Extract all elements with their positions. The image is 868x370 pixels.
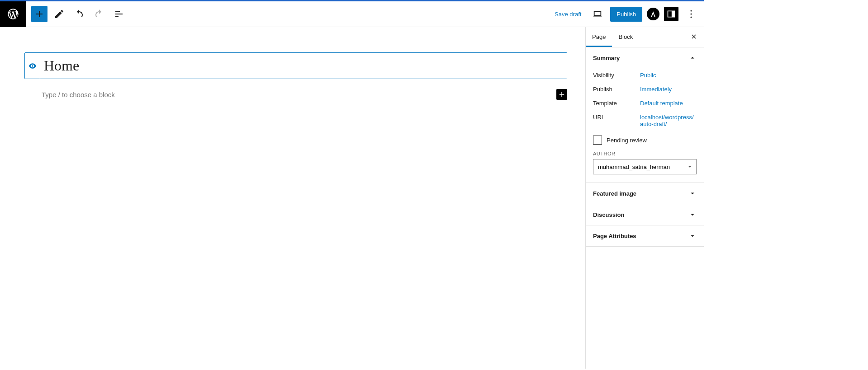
row-template: Template Default template	[593, 96, 697, 110]
document-overview-button[interactable]	[111, 6, 127, 22]
template-label: Template	[593, 100, 640, 107]
astra-a-icon	[650, 10, 657, 18]
panel-page-attributes-header[interactable]: Page Attributes	[586, 225, 704, 246]
chevron-up-icon	[688, 54, 697, 62]
tools-button[interactable]	[51, 6, 67, 22]
eye-icon	[28, 61, 37, 70]
options-menu-button[interactable]	[683, 6, 699, 22]
panel-discussion: Discussion	[586, 204, 704, 225]
toolbar-left-group	[26, 6, 127, 22]
list-icon	[114, 9, 124, 19]
template-value[interactable]: Default template	[640, 100, 697, 107]
row-visibility: Visibility Public	[593, 68, 697, 82]
add-block-button[interactable]	[31, 6, 47, 22]
wordpress-icon	[7, 8, 19, 20]
pencil-icon	[54, 9, 65, 19]
panel-summary-title: Summary	[593, 55, 620, 61]
row-url: URL localhost/wordpress/auto-draft/	[593, 110, 697, 131]
title-visibility-indicator[interactable]	[25, 53, 40, 79]
toolbar-right-group: Save draft Publish	[551, 6, 704, 22]
settings-sidebar: Page Block Summary Visibility Public	[585, 27, 704, 369]
pending-review-checkbox[interactable]	[593, 136, 602, 145]
undo-icon	[74, 9, 85, 19]
panel-page-attributes-title: Page Attributes	[593, 233, 636, 239]
visibility-label: Visibility	[593, 72, 640, 79]
panel-featured-image-title: Featured image	[593, 190, 636, 197]
laptop-icon	[593, 9, 602, 19]
author-heading: AUTHOR	[593, 151, 697, 159]
publish-button[interactable]: Publish	[610, 7, 642, 22]
tab-page[interactable]: Page	[586, 27, 612, 47]
chevron-down-icon	[688, 189, 697, 197]
save-draft-button[interactable]: Save draft	[551, 7, 585, 21]
visibility-value[interactable]: Public	[640, 72, 697, 79]
svg-point-2	[690, 10, 692, 11]
svg-point-3	[690, 13, 692, 14]
url-label: URL	[593, 114, 640, 127]
redo-icon	[94, 9, 104, 19]
panel-discussion-header[interactable]: Discussion	[586, 204, 704, 225]
row-publish: Publish Immediately	[593, 82, 697, 96]
page-title-input[interactable]	[40, 53, 567, 79]
plus-icon	[34, 9, 45, 19]
svg-point-4	[690, 16, 692, 18]
undo-button[interactable]	[71, 6, 87, 22]
chevron-down-icon	[688, 232, 697, 240]
sidebar-tabs: Page Block	[586, 27, 704, 47]
top-toolbar: Save draft Publish	[0, 1, 704, 27]
panel-featured-image: Featured image	[586, 183, 704, 204]
kebab-icon	[686, 9, 697, 19]
chevron-down-icon	[688, 211, 697, 219]
panel-summary-header[interactable]: Summary	[586, 47, 704, 68]
title-block	[24, 52, 567, 79]
preview-button[interactable]	[589, 6, 606, 22]
svg-rect-1	[672, 11, 675, 17]
panel-summary: Summary Visibility Public Publish Immedi…	[586, 47, 704, 183]
redo-button[interactable]	[91, 6, 107, 22]
url-value[interactable]: localhost/wordpress/auto-draft/	[640, 114, 697, 127]
astra-theme-icon[interactable]	[647, 8, 659, 20]
row-pending-review: Pending review	[593, 131, 697, 151]
pending-review-label: Pending review	[607, 137, 647, 144]
close-sidebar-button[interactable]	[684, 28, 704, 46]
empty-block-row[interactable]: Type / to choose a block	[24, 89, 567, 100]
publish-value[interactable]: Immediately	[640, 86, 697, 93]
author-select-wrap: muhammad_satria_herman	[593, 159, 697, 174]
editor-canvas: Type / to choose a block	[0, 27, 585, 369]
author-select[interactable]: muhammad_satria_herman	[593, 159, 697, 174]
publish-label: Publish	[593, 86, 640, 93]
tab-block[interactable]: Block	[612, 27, 639, 47]
panel-featured-image-header[interactable]: Featured image	[586, 183, 704, 204]
panel-page-attributes: Page Attributes	[586, 225, 704, 247]
settings-sidebar-toggle[interactable]	[664, 7, 678, 21]
block-placeholder-text: Type / to choose a block	[42, 91, 556, 98]
panel-summary-body: Visibility Public Publish Immediately Te…	[586, 68, 704, 183]
inline-add-block-button[interactable]	[556, 89, 567, 100]
panel-discussion-title: Discussion	[593, 211, 624, 218]
sidebar-panel-icon	[667, 9, 676, 19]
plus-icon	[558, 90, 566, 98]
close-icon	[690, 33, 697, 40]
main-area: Type / to choose a block Page Block Summ…	[0, 27, 704, 369]
wordpress-logo-button[interactable]	[0, 1, 26, 27]
